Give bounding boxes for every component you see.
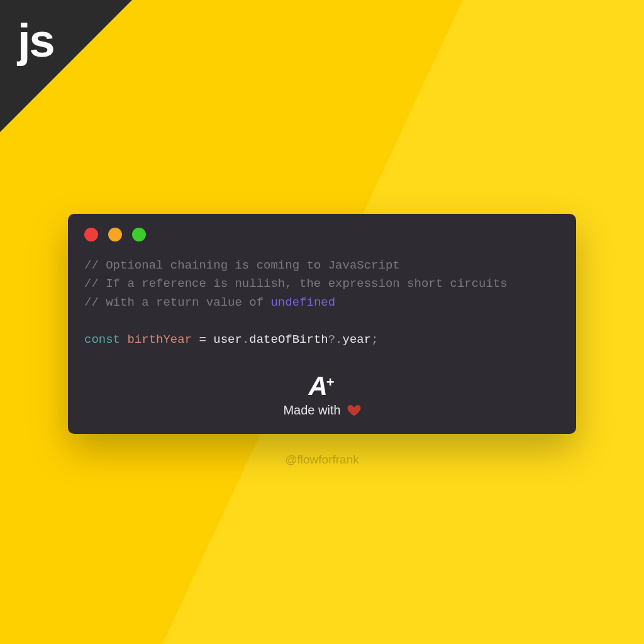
code-card: // Optional chaining is coming to JavaSc… xyxy=(68,214,576,434)
code-token-semicolon: ; xyxy=(371,333,378,347)
code-token-equals: = xyxy=(199,333,206,347)
made-with-label: Made with xyxy=(283,403,360,418)
code-token-dot: . xyxy=(242,333,249,347)
window-traffic-lights xyxy=(84,228,560,242)
made-with-text: Made with xyxy=(283,403,340,418)
logo-a-plus: A + xyxy=(308,373,335,399)
minimize-dot-icon xyxy=(108,228,122,242)
logo-plus-sign: + xyxy=(326,374,335,391)
code-comment-line-2: // If a reference is nullish, the expres… xyxy=(84,277,508,291)
code-token-variable: birthYear xyxy=(127,333,192,347)
code-block: // Optional chaining is coming to JavaSc… xyxy=(84,257,560,349)
code-statement-line: const birthYear = user.dateOfBirth?.year… xyxy=(84,333,379,347)
code-token-object: user xyxy=(213,333,242,347)
card-footer: A + Made with xyxy=(84,373,560,418)
corner-label-js: js xyxy=(18,14,54,67)
code-token-year: year xyxy=(343,333,372,347)
code-token-const: const xyxy=(84,333,120,347)
close-dot-icon xyxy=(84,228,98,242)
logo-letter-a: A xyxy=(308,373,326,399)
code-comment-line-3: // with a return value of undefined xyxy=(84,296,335,309)
author-handle: @flowforfrank xyxy=(285,453,359,467)
heart-icon xyxy=(347,404,361,418)
code-token-optional-chain: ?. xyxy=(328,333,343,347)
maximize-dot-icon xyxy=(132,228,146,242)
code-comment-line-1: // Optional chaining is coming to JavaSc… xyxy=(84,258,400,272)
code-comment-keyword: undefined xyxy=(270,296,335,309)
code-token-property: dateOfBirth xyxy=(249,333,328,347)
